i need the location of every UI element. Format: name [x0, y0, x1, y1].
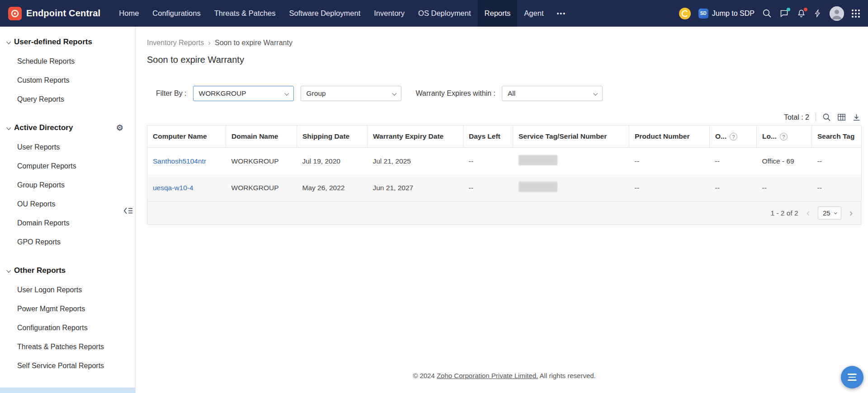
jump-to-sdp-button[interactable]: SD Jump to SDP [698, 9, 755, 19]
toolbar-divider [816, 113, 816, 121]
chevron-down-icon [6, 125, 11, 130]
endpoint-central-logo-icon [8, 7, 22, 20]
breadcrumb-current: Soon to expire Warranty [215, 39, 292, 47]
search-tag-cell: -- [812, 148, 862, 175]
copyright-footer: © 2024 Zoho Corporation Private Limited.… [147, 372, 862, 386]
service-tag-cell [513, 174, 629, 201]
domain-name-cell: WORKGROUP [226, 174, 297, 201]
search-icon[interactable] [762, 9, 772, 18]
sidebar-item-self-service-portal-reports[interactable]: Self Service Portal Reports [0, 356, 135, 375]
export-download-icon[interactable] [852, 113, 861, 122]
copyright-prefix: © 2024 [413, 372, 437, 379]
chevron-down-icon [834, 211, 837, 215]
sidebar-item-schedule-reports[interactable]: Schedule Reports [0, 52, 135, 71]
nav-item-os-deployment[interactable]: OS Deployment [411, 0, 477, 27]
section-title: Active Directory [14, 123, 73, 132]
sidebar-item-query-reports[interactable]: Query Reports [0, 90, 135, 109]
sidebar-item-group-reports[interactable]: Group Reports [0, 176, 135, 195]
column-header-location: Lo...? [757, 126, 812, 148]
sidebar-item-domain-reports[interactable]: Domain Reports [0, 214, 135, 233]
scope-select[interactable]: WORKGROUP [193, 86, 294, 101]
nav-item-inventory[interactable]: Inventory [367, 0, 411, 27]
filter-row: Filter By : WORKGROUP Group Warranty Exp… [156, 86, 862, 101]
product-number-cell: -- [629, 148, 710, 175]
pagination-prev-icon[interactable]: ‹ [805, 208, 811, 218]
scope-select-value: WORKGROUP [199, 89, 246, 98]
notifications-bell-icon[interactable] [797, 9, 806, 18]
nav-item-agent[interactable]: Agent [517, 0, 550, 27]
pagination-next-icon[interactable]: › [848, 208, 854, 218]
brand-name: Endpoint Central [26, 8, 100, 19]
sidebar-section-active-directory: Active Directory ⚙ User Reports Computer… [0, 118, 135, 252]
sidebar-collapse-toggle-icon[interactable] [123, 206, 134, 217]
announcement-icon[interactable] [679, 8, 691, 19]
column-chooser-icon[interactable] [837, 113, 846, 122]
shipping-date-cell: Jul 19, 2020 [297, 148, 368, 175]
redacted-service-tag [519, 155, 557, 165]
ad-settings-gear-icon[interactable]: ⚙ [116, 124, 123, 132]
sidebar-item-ou-reports[interactable]: OU Reports [0, 195, 135, 214]
warranty-report-table: Computer Name Domain Name Shipping Date … [147, 125, 862, 201]
chevron-down-icon [6, 39, 11, 44]
warranty-expiry-cell: Jun 21, 2027 [368, 174, 463, 201]
apps-grid-icon[interactable] [852, 9, 860, 18]
sidebar-item-computer-reports[interactable]: Computer Reports [0, 157, 135, 176]
notifications-badge [804, 8, 807, 11]
sidebar-item-custom-reports[interactable]: Custom Reports [0, 71, 135, 90]
nav-item-threats-patches[interactable]: Threats & Patches [208, 0, 283, 27]
sidebar: User-defined Reports Schedule Reports Cu… [0, 27, 136, 393]
warranty-expires-label: Warranty Expires within : [416, 89, 495, 98]
section-title: Other Reports [14, 266, 66, 275]
sidebar-section-user-defined-reports: User-defined Reports Schedule Reports Cu… [0, 32, 135, 109]
nav-item-reports[interactable]: Reports [478, 0, 518, 27]
column-header-days-left: Days Left [463, 126, 513, 148]
days-left-cell: -- [463, 174, 513, 201]
column-header-owner: O...? [710, 126, 757, 148]
breadcrumb-inventory-reports[interactable]: Inventory Reports [147, 39, 204, 47]
sidebar-item-threats-patches-reports[interactable]: Threats & Patches Reports [0, 337, 135, 356]
sidebar-section-other-reports: Other Reports User Logon Reports Power M… [0, 261, 135, 375]
shipping-date-cell: May 26, 2022 [297, 174, 368, 201]
section-header-active-directory[interactable]: Active Directory ⚙ [0, 118, 135, 138]
column-header-shipping-date: Shipping Date [297, 126, 368, 148]
sidebar-item-user-reports[interactable]: User Reports [0, 138, 135, 157]
zoho-corporation-link[interactable]: Zoho Corporation Private Limited. [437, 372, 538, 379]
chat-icon[interactable] [779, 9, 789, 18]
help-icon[interactable]: ? [730, 133, 737, 140]
floating-menu-button[interactable] [841, 366, 863, 388]
page-size-select[interactable]: 25 [818, 206, 841, 220]
section-title: User-defined Reports [14, 37, 92, 47]
owner-cell: -- [710, 174, 757, 201]
sidebar-item-user-logon-reports[interactable]: User Logon Reports [0, 281, 135, 299]
sidebar-item-configuration-reports[interactable]: Configuration Reports [0, 318, 135, 337]
jump-to-sdp-label: Jump to SDP [712, 9, 755, 18]
service-tag-cell [513, 148, 629, 175]
nav-item-software-deployment[interactable]: Software Deployment [282, 0, 367, 27]
column-header-computer-name: Computer Name [147, 126, 226, 148]
days-left-cell: -- [463, 148, 513, 175]
sidebar-item-gpo-reports[interactable]: GPO Reports [0, 233, 135, 252]
sidebar-item-power-mgmt-reports[interactable]: Power Mgmt Reports [0, 299, 135, 318]
location-cell: Office - 69 [757, 148, 812, 175]
main-content: Inventory Reports › Soon to expire Warra… [136, 27, 868, 393]
zia-lightning-icon[interactable] [814, 9, 822, 18]
total-count-label: Total : 2 [784, 113, 809, 122]
user-avatar[interactable] [830, 6, 844, 21]
column-header-warranty-expiry-date: Warranty Expiry Date [368, 126, 463, 148]
nav-more-button[interactable]: ••• [550, 0, 572, 27]
nav-item-configurations[interactable]: Configurations [146, 0, 207, 27]
computer-name-link[interactable]: uesqa-w10-4 [153, 184, 193, 192]
warranty-expires-select[interactable]: All [502, 86, 603, 101]
nav-item-home[interactable]: Home [112, 0, 146, 27]
domain-name-cell: WORKGROUP [226, 148, 297, 175]
results-search-icon[interactable] [822, 113, 831, 122]
breadcrumb-separator-icon: › [208, 38, 211, 47]
filter-by-label: Filter By : [156, 89, 187, 98]
section-header-other-reports[interactable]: Other Reports [0, 261, 135, 281]
help-icon[interactable]: ? [780, 133, 788, 140]
location-cell: -- [757, 174, 812, 201]
group-select[interactable]: Group [301, 86, 401, 101]
section-header-user-defined-reports[interactable]: User-defined Reports [0, 32, 135, 52]
chevron-down-icon [284, 91, 289, 95]
computer-name-link[interactable]: Santhosh5104ntr [153, 157, 206, 165]
